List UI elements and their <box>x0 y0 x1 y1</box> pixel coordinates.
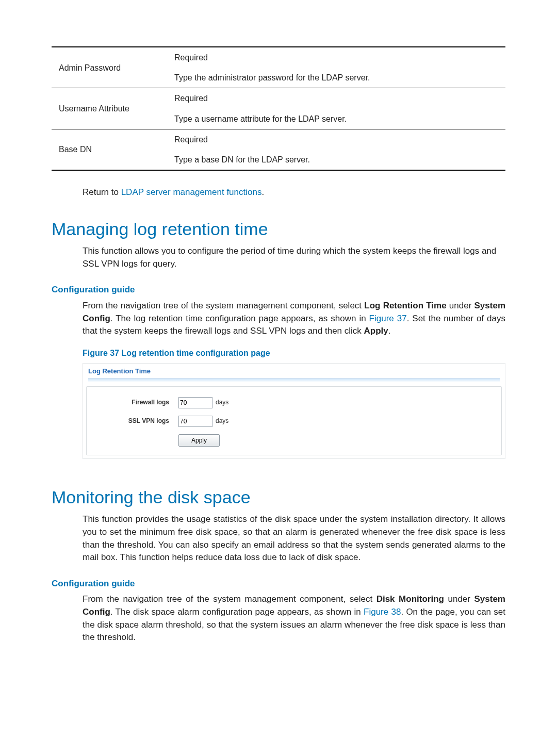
log-retention-screenshot: Log Retention Time Firewall logs days SS… <box>83 363 505 459</box>
ldap-attribute-table: Admin Password Required Type the adminis… <box>52 46 505 171</box>
figure-37-link[interactable]: Figure 37 <box>369 314 407 323</box>
log-retention-intro: This function allows you to configure th… <box>83 245 505 270</box>
apply-button[interactable]: Apply <box>178 434 220 447</box>
ldap-row-key: Username Attribute <box>52 88 167 129</box>
ldap-row-key: Admin Password <box>52 47 167 88</box>
bold-apply: Apply <box>364 326 388 336</box>
screenshot-panel: Firewall logs days SSL VPN logs days App… <box>86 386 502 455</box>
ldap-row-desc: Type the administrator password for the … <box>167 68 505 88</box>
bold-log-retention-time: Log Retention Time <box>364 301 446 310</box>
figure-37-caption: Figure 37 Log retention time configurati… <box>83 347 505 359</box>
log-retention-guide: From the navigation tree of the system m… <box>83 300 505 338</box>
ldap-row-required: Required <box>167 129 505 150</box>
return-line: Return to LDAP server management functio… <box>83 186 505 199</box>
ssl-vpn-logs-input[interactable] <box>178 416 212 427</box>
ldap-row-key: Base DN <box>52 129 167 170</box>
return-suffix: . <box>261 187 264 197</box>
ssl-vpn-logs-label: SSL VPN logs <box>92 417 178 425</box>
heading-disk-space: Monitoring the disk space <box>52 485 505 510</box>
ldap-row-required: Required <box>167 88 505 109</box>
bold-disk-monitoring: Disk Monitoring <box>376 594 444 604</box>
heading-log-retention: Managing log retention time <box>52 217 505 242</box>
subhead-config-guide-2: Configuration guide <box>52 578 505 590</box>
screenshot-divider <box>88 379 500 382</box>
figure-38-link[interactable]: Figure 38 <box>364 607 401 617</box>
screenshot-header: Log Retention Time <box>88 367 151 377</box>
firewall-days-unit: days <box>216 398 228 407</box>
ldap-row-desc: Type a username attribute for the LDAP s… <box>167 109 505 129</box>
firewall-logs-label: Firewall logs <box>92 398 178 407</box>
firewall-logs-input[interactable] <box>178 397 212 408</box>
return-prefix: Return to <box>83 187 121 197</box>
subhead-config-guide-1: Configuration guide <box>52 284 505 297</box>
ldap-row-desc: Type a base DN for the LDAP server. <box>167 150 505 170</box>
ldap-row-required: Required <box>167 47 505 68</box>
disk-space-guide: From the navigation tree of the system m… <box>83 593 505 644</box>
ssl-days-unit: days <box>216 417 228 425</box>
ldap-mgmt-link[interactable]: LDAP server management functions <box>121 187 262 197</box>
disk-space-intro: This function provides the usage statist… <box>83 513 505 564</box>
